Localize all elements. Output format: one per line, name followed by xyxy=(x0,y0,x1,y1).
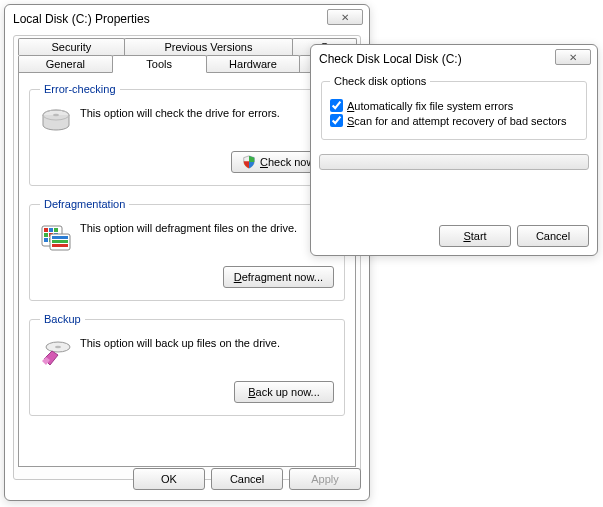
properties-inner-frame: Security Previous Versions Q General Too… xyxy=(13,35,361,480)
properties-close-button[interactable]: ✕ xyxy=(327,9,363,25)
tools-panel: Error-checking This option will check th… xyxy=(18,72,356,467)
chkdsk-titlebar[interactable]: Check Disk Local Disk (C:) ✕ xyxy=(311,45,597,73)
progress-bar xyxy=(319,154,589,170)
tab-strip: Security Previous Versions Q General Too… xyxy=(14,36,360,72)
chkdsk-close-button[interactable]: ✕ xyxy=(555,49,591,65)
backup-group: Backup This option will back up files on… xyxy=(29,313,345,416)
properties-titlebar[interactable]: Local Disk (C:) Properties ✕ xyxy=(5,5,369,33)
tab-security[interactable]: Security xyxy=(18,38,125,55)
scan-label: Scan for and attempt recovery of bad sec… xyxy=(347,115,567,127)
autofix-option[interactable]: Automatically fix file system errors xyxy=(330,99,578,112)
autofix-label: Automatically fix file system errors xyxy=(347,100,513,112)
defragment-now-label: Defragment now... xyxy=(234,271,323,283)
scan-option[interactable]: Scan for and attempt recovery of bad sec… xyxy=(330,114,578,127)
defrag-desc: This option will defragment files on the… xyxy=(80,220,297,234)
cancel-button[interactable]: Cancel xyxy=(211,468,283,490)
defrag-legend: Defragmentation xyxy=(40,198,129,210)
defragment-now-button[interactable]: Defragment now... xyxy=(223,266,334,288)
properties-title: Local Disk (C:) Properties xyxy=(13,12,150,26)
properties-button-row: OK Cancel Apply xyxy=(13,468,361,490)
defrag-icon xyxy=(40,220,72,252)
svg-point-2 xyxy=(53,114,59,116)
error-checking-group: Error-checking This option will check th… xyxy=(29,83,345,186)
svg-rect-5 xyxy=(49,228,53,232)
defrag-group: Defragmentation This option will defragm… xyxy=(29,198,345,301)
ok-button[interactable]: OK xyxy=(133,468,205,490)
chkdsk-title: Check Disk Local Disk (C:) xyxy=(319,52,462,66)
error-checking-desc: This option will check the drive for err… xyxy=(80,105,280,119)
error-checking-legend: Error-checking xyxy=(40,83,120,95)
drive-icon xyxy=(40,105,72,137)
backup-desc: This option will back up files on the dr… xyxy=(80,335,280,349)
start-button[interactable]: Start xyxy=(439,225,511,247)
svg-rect-15 xyxy=(52,240,68,243)
close-icon: ✕ xyxy=(569,52,577,63)
svg-rect-10 xyxy=(44,238,48,242)
svg-rect-16 xyxy=(52,244,68,247)
chkdsk-options-legend: Check disk options xyxy=(330,75,430,87)
autofix-checkbox[interactable] xyxy=(330,99,343,112)
backup-now-label: Back up now... xyxy=(248,386,320,398)
chkdsk-options-group: Check disk options Automatically fix fil… xyxy=(321,75,587,140)
chkdsk-button-row: Start Cancel xyxy=(439,225,589,247)
apply-button[interactable]: Apply xyxy=(289,468,361,490)
svg-rect-6 xyxy=(54,228,58,232)
shield-icon xyxy=(242,155,256,169)
tab-hardware[interactable]: Hardware xyxy=(206,55,301,72)
close-icon: ✕ xyxy=(341,12,349,23)
chkdsk-cancel-button[interactable]: Cancel xyxy=(517,225,589,247)
scan-checkbox[interactable] xyxy=(330,114,343,127)
svg-rect-4 xyxy=(44,228,48,232)
svg-point-18 xyxy=(55,346,61,348)
backup-legend: Backup xyxy=(40,313,85,325)
tab-general[interactable]: General xyxy=(18,55,113,72)
backup-now-button[interactable]: Back up now... xyxy=(234,381,334,403)
svg-rect-7 xyxy=(44,233,48,237)
backup-icon xyxy=(40,335,72,367)
tab-tools[interactable]: Tools xyxy=(112,55,207,73)
chkdsk-window: Check Disk Local Disk (C:) ✕ Check disk … xyxy=(310,44,598,256)
tab-previous-versions[interactable]: Previous Versions xyxy=(124,38,294,55)
svg-rect-14 xyxy=(52,236,68,239)
